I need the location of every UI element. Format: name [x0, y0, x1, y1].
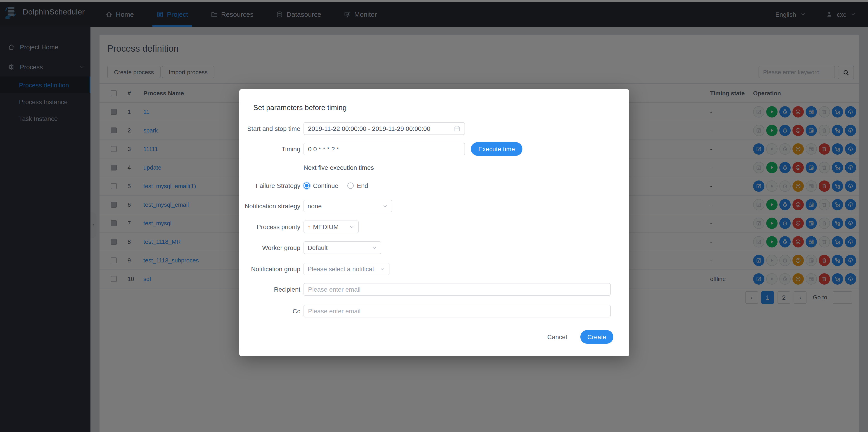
recipient-label: Recipient — [244, 286, 300, 293]
worker-group-label: Worker group — [244, 244, 300, 251]
failure-continue-label: Continue — [313, 182, 338, 189]
chevron-down-icon — [371, 245, 377, 251]
failure-end-radio[interactable] — [347, 182, 354, 189]
cc-label: Cc — [244, 308, 300, 315]
failure-end-label: End — [357, 182, 368, 189]
execute-time-button[interactable]: Execute time — [471, 142, 522, 156]
create-button[interactable]: Create — [580, 330, 613, 344]
worker-group-select[interactable]: Default — [304, 241, 381, 254]
timing-label: Timing — [244, 145, 300, 153]
chevron-down-icon — [349, 224, 354, 230]
cancel-button[interactable]: Cancel — [547, 333, 567, 341]
notification-group-select[interactable]: Please select a notificat — [304, 263, 390, 275]
timing-parameters-modal: Set parameters before timing Start and s… — [239, 89, 629, 356]
start-stop-time-value: 2019-11-22 00:00:00 - 2019-11-29 00:00:0… — [308, 125, 430, 132]
worker-group-value: Default — [308, 244, 328, 251]
chevron-down-icon — [379, 266, 385, 272]
start-stop-time-field[interactable]: 2019-11-22 00:00:00 - 2019-11-29 00:00:0… — [304, 122, 465, 135]
notification-strategy-label: Notification strategy — [244, 202, 300, 210]
notification-strategy-select[interactable]: none — [304, 200, 392, 212]
chevron-down-icon — [382, 203, 388, 209]
notification-strategy-value: none — [308, 202, 321, 210]
notification-group-placeholder: Please select a notificat — [308, 265, 374, 272]
cc-input[interactable] — [304, 305, 611, 317]
next-execution-times-text: Next five execution times — [304, 164, 374, 171]
priority-arrow-up-icon: ↑ — [308, 223, 311, 230]
process-priority-label: Process priority — [244, 223, 300, 230]
failure-continue-radio[interactable] — [304, 182, 310, 189]
timing-cron-input[interactable] — [304, 143, 465, 155]
notification-group-label: Notification group — [244, 265, 300, 272]
process-priority-select[interactable]: ↑ MEDIUM — [304, 221, 359, 233]
failure-strategy-label: Failure Strategy — [244, 182, 300, 189]
calendar-icon — [454, 125, 461, 132]
recipient-input[interactable] — [304, 283, 611, 296]
process-priority-value: MEDIUM — [313, 223, 339, 230]
start-stop-time-label: Start and stop time — [244, 125, 300, 132]
dolphinscheduler-app: DolphinScheduler Home Project Resources … — [0, 0, 868, 432]
modal-title: Set parameters before timing — [253, 104, 347, 112]
